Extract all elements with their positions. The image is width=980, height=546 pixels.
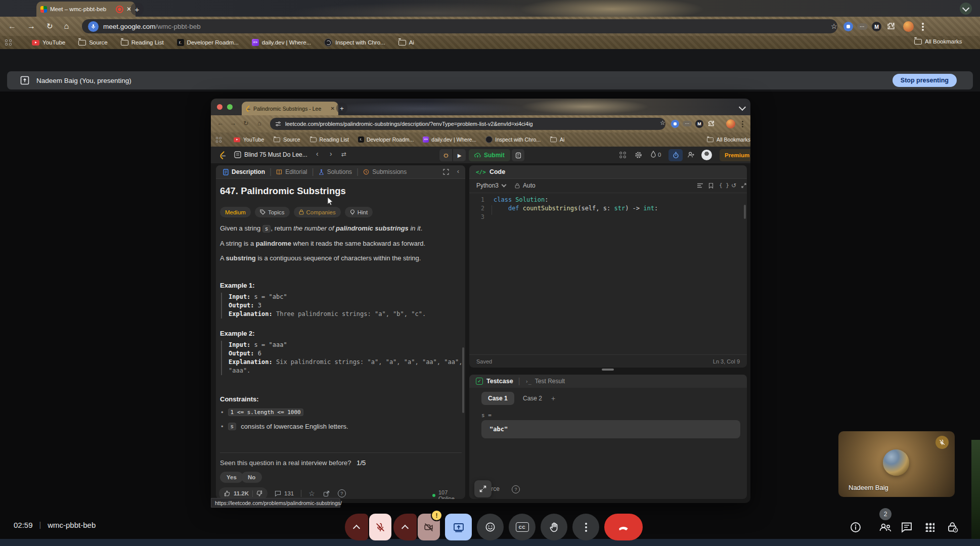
auto-label[interactable]: Auto xyxy=(523,182,536,189)
language-dropdown-icon[interactable] xyxy=(502,183,507,188)
settings-gear-icon[interactable] xyxy=(635,151,642,159)
inner-menu-icon[interactable] xyxy=(741,120,744,127)
outer-active-tab[interactable]: Meet – wmc-pbbt-beb ✕ xyxy=(36,2,136,17)
problem-list-name[interactable]: Blind 75 Must Do Lee... xyxy=(244,151,307,158)
notes-icon[interactable] xyxy=(512,149,524,161)
bookmark-dailydev[interactable]: «»daily.dev | Where... xyxy=(423,136,476,143)
braces-icon[interactable]: { } xyxy=(719,182,729,189)
testcase-help-icon[interactable]: ? xyxy=(512,485,520,493)
timer-icon[interactable] xyxy=(669,149,683,161)
new-tab-button[interactable]: + xyxy=(130,3,144,16)
all-bookmarks[interactable]: All Bookmarks xyxy=(914,38,962,44)
prev-problem-icon[interactable]: ‹ xyxy=(316,150,319,158)
bookmark-dailydev[interactable]: «»daily.dev | Where... xyxy=(252,39,311,46)
profile-avatar[interactable] xyxy=(903,21,914,32)
tab-solutions[interactable]: Solutions xyxy=(327,168,352,175)
captions-button[interactable]: CC xyxy=(509,514,536,540)
bookmark-reading-list[interactable]: Reading List xyxy=(309,136,349,143)
tab-submissions[interactable]: Submissions xyxy=(372,168,407,175)
inner-forward-icon[interactable]: → xyxy=(230,119,236,127)
inner-ext-overflow-icon[interactable]: ⋯ xyxy=(683,121,692,126)
testcase-input[interactable]: "abc" xyxy=(481,420,740,438)
bookmark-dev-roadmap[interactable]: r.Developer Roadm... xyxy=(177,39,239,46)
maximize-editor-icon[interactable] xyxy=(741,183,746,188)
premium-button[interactable]: Premium xyxy=(720,149,750,161)
bookmark-youtube[interactable]: YouTube xyxy=(32,39,65,46)
reset-code-icon[interactable]: ↺ xyxy=(731,182,736,189)
code-editor-area[interactable]: 1class Solution:2 def countSubstrings(se… xyxy=(469,196,737,221)
bookmark-code-icon[interactable] xyxy=(708,183,714,189)
mic-toggle-button[interactable] xyxy=(369,514,391,540)
extensions-puzzle-icon[interactable] xyxy=(886,22,895,30)
bookmark-youtube[interactable]: YouTube xyxy=(233,136,264,143)
bookmark-ai[interactable]: Ai xyxy=(550,136,564,143)
bookmark-dev-roadmap[interactable]: r.Developer Roadm... xyxy=(358,136,414,143)
site-settings-icon[interactable] xyxy=(275,121,281,127)
submit-button[interactable]: Submit xyxy=(469,149,510,161)
inner-home-icon[interactable]: ⌂ xyxy=(257,119,261,127)
like-dislike-group[interactable]: 11.2K xyxy=(219,487,268,499)
traffic-light-close[interactable] xyxy=(217,104,222,110)
browser-menu-icon[interactable] xyxy=(921,23,924,31)
shuffle-icon[interactable]: ⇄ xyxy=(341,151,346,158)
survey-yes-button[interactable]: Yes xyxy=(220,472,243,483)
people-icon[interactable] xyxy=(878,521,893,533)
collapse-panel-icon[interactable]: ‹ xyxy=(457,167,459,175)
extension-m-icon[interactable]: M xyxy=(872,22,881,31)
forward-icon[interactable]: → xyxy=(27,22,35,31)
companies-tag[interactable]: Companies xyxy=(294,207,341,217)
self-view-tile[interactable]: Nadeem Baig xyxy=(838,431,955,497)
camera-options-button[interactable] xyxy=(393,514,417,540)
panel-resize-handle[interactable] xyxy=(602,369,614,371)
testcase-tab[interactable]: Testcase xyxy=(486,378,513,385)
bookmark-reading-list[interactable]: Reading List xyxy=(121,39,164,46)
inner-url-bar[interactable]: leetcode.com/problems/palindromic-substr… xyxy=(270,118,665,130)
inner-bookmark-star-icon[interactable]: ☆ xyxy=(660,119,665,126)
inner-media-icon[interactable] xyxy=(671,120,679,128)
format-code-icon[interactable] xyxy=(697,183,703,188)
topics-tag[interactable]: Topics xyxy=(255,207,290,217)
home-icon[interactable]: ⌂ xyxy=(64,22,69,31)
mic-in-use-icon[interactable] xyxy=(88,21,99,32)
streak-flame-icon[interactable] xyxy=(650,151,656,158)
meeting-details-icon[interactable] xyxy=(850,521,862,533)
expand-testcase-button[interactable] xyxy=(474,480,492,497)
survey-no-button[interactable]: No xyxy=(241,472,262,483)
tab-description[interactable]: Description xyxy=(232,168,265,175)
reactions-button[interactable] xyxy=(477,514,504,540)
test-result-tab[interactable]: Test Result xyxy=(535,378,565,385)
invite-user-icon[interactable] xyxy=(687,151,695,158)
inner-avatar[interactable] xyxy=(726,119,735,128)
panel-scrollbar-thumb[interactable] xyxy=(462,347,464,413)
language-selector[interactable]: Python3 xyxy=(476,182,499,189)
comments-button[interactable]: 131 xyxy=(275,490,294,496)
add-case-button[interactable]: + xyxy=(551,394,555,402)
case2-tab[interactable]: Case 2 xyxy=(517,392,548,405)
inner-back-icon[interactable]: ← xyxy=(217,119,224,127)
help-icon[interactable]: ? xyxy=(338,489,346,497)
mic-options-button[interactable] xyxy=(345,514,368,540)
bookmark-source[interactable]: Source xyxy=(273,136,300,143)
inner-reload-icon[interactable]: ↻ xyxy=(243,119,248,127)
media-control-icon[interactable] xyxy=(843,22,853,31)
code-panel-title[interactable]: Code xyxy=(489,168,505,175)
expand-panel-icon[interactable] xyxy=(443,169,449,175)
activities-icon[interactable] xyxy=(925,522,934,532)
stop-presenting-button[interactable]: Stop presenting xyxy=(893,74,957,87)
inner-puzzle-icon[interactable] xyxy=(707,120,714,127)
inner-tab-close-icon[interactable]: ✕ xyxy=(331,106,335,111)
present-now-button[interactable] xyxy=(445,514,472,540)
extensions-overflow-icon[interactable]: ⋯ xyxy=(857,23,868,30)
host-controls-icon[interactable] xyxy=(947,521,959,533)
inner-all-bookmarks[interactable]: All Bookmarks xyxy=(706,136,750,143)
run-icon[interactable]: ▶ xyxy=(453,149,466,161)
inner-tabstrip-dropdown[interactable] xyxy=(739,104,746,111)
case1-tab[interactable]: Case 1 xyxy=(481,392,514,405)
reload-icon[interactable]: ↻ xyxy=(47,22,53,31)
problem-list-icon[interactable] xyxy=(234,151,241,158)
user-avatar[interactable] xyxy=(701,150,712,160)
layout-icon[interactable] xyxy=(619,152,626,158)
more-options-button[interactable] xyxy=(572,514,599,540)
favorite-star-icon[interactable]: ☆ xyxy=(308,489,315,497)
share-icon[interactable] xyxy=(323,490,330,497)
